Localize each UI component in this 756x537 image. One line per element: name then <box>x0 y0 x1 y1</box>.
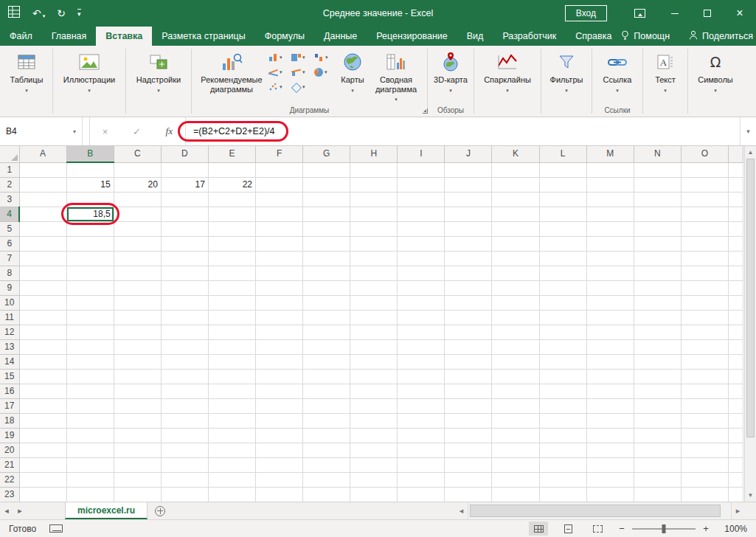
symbols-button[interactable]: Ω Символы ▾ <box>693 47 738 95</box>
cell-E9[interactable] <box>208 280 255 295</box>
cell-partial-row-8[interactable] <box>728 266 743 280</box>
customize-qat-button[interactable]: ▾ <box>77 9 81 18</box>
cell-L6[interactable] <box>539 236 586 251</box>
cell-I4[interactable] <box>398 207 445 221</box>
cell-N5[interactable] <box>634 221 681 236</box>
column-header-K[interactable]: K <box>492 146 539 162</box>
cell-K23[interactable] <box>492 487 539 502</box>
cell-M7[interactable] <box>586 251 634 266</box>
cell-K11[interactable] <box>492 310 539 325</box>
column-header-O[interactable]: O <box>681 146 728 162</box>
cell-L2[interactable] <box>539 177 586 192</box>
cell-N19[interactable] <box>634 428 681 443</box>
sheet-nav-right-icon[interactable]: ▸ <box>13 502 27 519</box>
cell-C4[interactable] <box>114 207 161 221</box>
cell-I6[interactable] <box>398 236 445 251</box>
cell-A14[interactable] <box>19 354 66 369</box>
filters-button[interactable]: Фильтры ▾ <box>546 47 587 95</box>
cell-N14[interactable] <box>634 354 681 369</box>
cell-J13[interactable] <box>445 339 492 354</box>
cell-I10[interactable] <box>398 295 445 310</box>
cell-A6[interactable] <box>19 236 66 251</box>
cell-G22[interactable] <box>303 472 350 487</box>
cell-C15[interactable] <box>114 369 161 384</box>
cell-F7[interactable] <box>256 251 303 266</box>
cell-O8[interactable] <box>681 266 728 280</box>
cell-J6[interactable] <box>445 236 492 251</box>
cell-O19[interactable] <box>681 428 728 443</box>
cell-E22[interactable] <box>208 472 255 487</box>
row-header-20[interactable]: 20 <box>0 443 19 457</box>
cell-partial-row-18[interactable] <box>728 413 743 428</box>
cell-K4[interactable] <box>492 207 539 221</box>
accessibility-icon[interactable] <box>49 524 63 533</box>
cell-B2[interactable]: 15 <box>66 177 114 192</box>
text-button[interactable]: А Текст ▾ <box>648 47 683 95</box>
column-header-A[interactable]: A <box>19 146 66 162</box>
cell-F2[interactable] <box>256 177 303 192</box>
cell-I22[interactable] <box>398 472 445 487</box>
cell-B10[interactable] <box>66 295 114 310</box>
cell-E21[interactable] <box>208 457 255 472</box>
cell-H7[interactable] <box>350 251 398 266</box>
cell-F17[interactable] <box>256 398 303 413</box>
cell-G16[interactable] <box>303 384 350 398</box>
cell-O5[interactable] <box>681 221 728 236</box>
cell-K16[interactable] <box>492 384 539 398</box>
cell-E23[interactable] <box>208 487 255 502</box>
cell-K7[interactable] <box>492 251 539 266</box>
cell-K14[interactable] <box>492 354 539 369</box>
normal-view-button[interactable] <box>529 522 548 536</box>
cell-F1[interactable] <box>256 162 303 177</box>
recommended-charts-button[interactable]: Рекомендуемые диаграммы <box>196 47 267 94</box>
column-chart-button[interactable]: ▾ <box>267 50 290 65</box>
cell-K3[interactable] <box>492 192 539 207</box>
cell-C19[interactable] <box>114 428 161 443</box>
cell-A9[interactable] <box>19 280 66 295</box>
row-header-8[interactable]: 8 <box>0 266 19 280</box>
vscroll-thumb[interactable] <box>746 159 755 437</box>
cell-partial-row-7[interactable] <box>728 251 743 266</box>
row-header-17[interactable]: 17 <box>0 398 19 413</box>
cell-L1[interactable] <box>539 162 586 177</box>
cell-M12[interactable] <box>586 325 634 339</box>
cell-B16[interactable] <box>66 384 114 398</box>
cell-N8[interactable] <box>634 266 681 280</box>
cell-K5[interactable] <box>492 221 539 236</box>
cell-E15[interactable] <box>208 369 255 384</box>
cell-C18[interactable] <box>114 413 161 428</box>
row-header-19[interactable]: 19 <box>0 428 19 443</box>
cell-G2[interactable] <box>303 177 350 192</box>
cell-partial-row-19[interactable] <box>728 428 743 443</box>
cell-partial-row-2[interactable] <box>728 177 743 192</box>
page-break-view-button[interactable] <box>588 522 607 536</box>
cell-D1[interactable] <box>161 162 208 177</box>
cell-G5[interactable] <box>303 221 350 236</box>
tables-button[interactable]: Таблицы ▾ <box>5 47 48 95</box>
cell-partial-row-21[interactable] <box>728 457 743 472</box>
map-3d-button[interactable]: 3D-карта ▾ <box>432 47 469 95</box>
cell-I20[interactable] <box>398 443 445 457</box>
cell-O22[interactable] <box>681 472 728 487</box>
cell-H16[interactable] <box>350 384 398 398</box>
vscroll-track[interactable] <box>745 437 756 489</box>
cell-M19[interactable] <box>586 428 634 443</box>
cell-N12[interactable] <box>634 325 681 339</box>
cell-E5[interactable] <box>208 221 255 236</box>
cell-E18[interactable] <box>208 413 255 428</box>
ribbon-tab-help[interactable]: Справка <box>566 27 621 46</box>
cell-D4[interactable] <box>161 207 208 221</box>
column-header-I[interactable]: I <box>398 146 445 162</box>
cell-A17[interactable] <box>19 398 66 413</box>
row-header-13[interactable]: 13 <box>0 339 19 354</box>
cell-L12[interactable] <box>539 325 586 339</box>
zoom-in-button[interactable]: + <box>701 523 710 534</box>
cell-F21[interactable] <box>256 457 303 472</box>
pie-chart-button[interactable]: ▾ <box>313 65 336 80</box>
cell-O10[interactable] <box>681 295 728 310</box>
cell-G11[interactable] <box>303 310 350 325</box>
select-all-button[interactable] <box>0 146 19 162</box>
cell-E14[interactable] <box>208 354 255 369</box>
cell-C12[interactable] <box>114 325 161 339</box>
ribbon-tab-review[interactable]: Рецензирование <box>367 27 457 46</box>
